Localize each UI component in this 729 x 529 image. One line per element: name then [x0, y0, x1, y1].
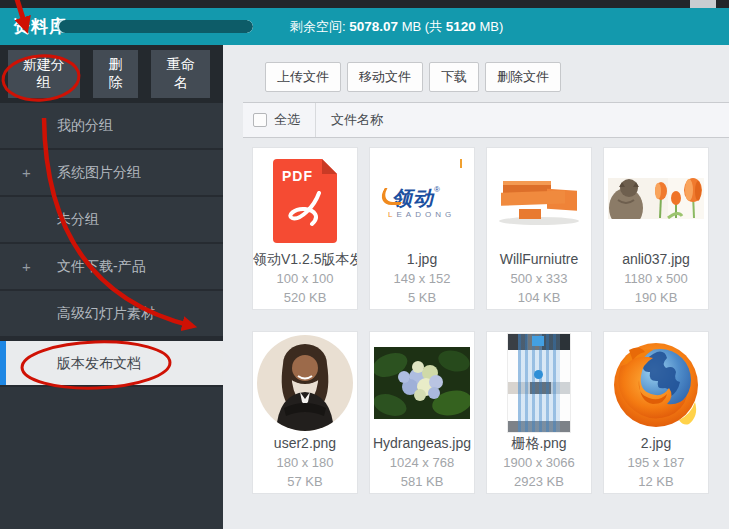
file-name: anli037.jpg — [604, 250, 708, 269]
file-name: 栅格.png — [487, 434, 591, 453]
file-dimensions: 1900 x 3066 — [487, 453, 591, 472]
group-sidebar: 新建分组 删除 重命名 我的分组 + 系统图片分组 未分组 + 文件下载-产品 … — [0, 45, 223, 529]
file-card-1jpg[interactable]: 领动® LEADONG 1.jpg 149 x 152 5 KB — [369, 147, 475, 310]
file-card-zhage[interactable]: 栅格.png 1900 x 3066 2923 KB — [486, 331, 592, 494]
file-dimensions: 100 x 100 — [253, 269, 357, 288]
file-grid: PDF 领动V1.2.5版本发 100 x 100 520 KB 领动® LEA — [252, 147, 729, 515]
expand-plus-icon[interactable]: + — [22, 150, 31, 195]
window-top-strip — [0, 0, 729, 8]
upload-file-button[interactable]: 上传文件 — [265, 62, 341, 92]
sidebar-item-ungrouped[interactable]: 未分组 — [0, 197, 223, 244]
file-name: 1.jpg — [370, 250, 474, 269]
file-name-column-header: 文件名称 — [331, 111, 383, 129]
file-size: 2923 KB — [487, 472, 591, 491]
leadong-logo: 领动® LEADONG — [370, 148, 474, 249]
orange-sofa-photo — [487, 148, 591, 249]
file-dimensions: 149 x 152 — [370, 269, 474, 288]
sidebar-action-bar: 新建分组 删除 重命名 — [0, 45, 223, 103]
storage-used-value: 5078.07 — [349, 19, 398, 34]
file-name: WillFurniutre — [487, 250, 591, 269]
file-name: Hydrangeas.jpg — [370, 434, 474, 453]
storage-progress-fill — [59, 20, 253, 33]
file-name: user2.png — [253, 434, 357, 453]
file-size: 57 KB — [253, 472, 357, 491]
window-top-strip-highlight — [690, 0, 716, 8]
acrobat-glyph-icon — [286, 191, 324, 231]
file-size: 190 KB — [604, 288, 708, 307]
file-card-anli037[interactable]: anli037.jpg 1180 x 500 190 KB — [603, 147, 709, 310]
woman-portrait-photo — [253, 332, 357, 433]
delete-group-button[interactable]: 删除 — [93, 50, 139, 98]
file-card-hydrangeas[interactable]: Hydrangeas.jpg 1024 x 768 581 KB — [369, 331, 475, 494]
file-card-user2[interactable]: user2.png 180 x 180 57 KB — [252, 331, 358, 494]
firefox-logo — [604, 332, 708, 433]
sidebar-item-slide-material[interactable]: 高级幻灯片素材 — [0, 291, 223, 338]
file-size: 104 KB — [487, 288, 591, 307]
storage-total-value: 5120 — [446, 19, 476, 34]
sidebar-item-my-groups[interactable]: 我的分组 — [0, 103, 223, 150]
rename-group-button[interactable]: 重命名 — [151, 50, 210, 98]
select-all-label: 全选 — [274, 111, 300, 129]
file-name: 领动V1.2.5版本发 — [253, 250, 357, 269]
logo-en-text: LEADONG — [388, 210, 455, 219]
hydrangea-photo — [370, 332, 474, 433]
pdf-text: PDF — [282, 168, 313, 184]
file-dimensions: 180 x 180 — [253, 453, 357, 472]
expand-plus-icon[interactable]: + — [22, 244, 31, 289]
move-file-button[interactable]: 移动文件 — [347, 62, 423, 92]
file-card-willfurniutre[interactable]: WillFurniutre 500 x 333 104 KB — [486, 147, 592, 310]
file-size: 12 KB — [604, 472, 708, 491]
file-name: 2.jpg — [604, 434, 708, 453]
file-dimensions: 195 x 187 — [604, 453, 708, 472]
file-content-area: 上传文件 移动文件 下载 删除文件 全选 文件名称 PDF 领动V1.2.5版本… — [240, 45, 729, 529]
select-all-checkbox[interactable] — [253, 113, 267, 127]
sidebar-item-system-images[interactable]: + 系统图片分组 — [0, 150, 223, 197]
file-card-2jpg[interactable]: 2.jpg 195 x 187 12 KB — [603, 331, 709, 494]
storage-progress-bar — [57, 20, 253, 33]
sidebar-item-file-download-product[interactable]: + 文件下载-产品 — [0, 244, 223, 291]
new-group-button[interactable]: 新建分组 — [8, 50, 80, 98]
sidebar-item-label: 我的分组 — [57, 117, 113, 133]
sidebar-item-label: 版本发布文档 — [57, 355, 141, 371]
storage-label: 剩余空间: — [290, 19, 349, 34]
file-size: 520 KB — [253, 288, 357, 307]
file-size: 581 KB — [370, 472, 474, 491]
cat-tulips-photo — [604, 148, 708, 249]
sidebar-item-release-docs-selected[interactable]: 版本发布文档 — [0, 338, 223, 387]
sidebar-item-label: 系统图片分组 — [57, 164, 141, 180]
file-dimensions: 500 x 333 — [487, 269, 591, 288]
app-header: 资料库 剩余空间: 5078.07 MB (共 5120 MB) — [0, 8, 729, 45]
file-card-pdf[interactable]: PDF 领动V1.2.5版本发 100 x 100 520 KB — [252, 147, 358, 310]
file-dimensions: 1024 x 768 — [370, 453, 474, 472]
sidebar-item-label: 高级幻灯片素材 — [57, 305, 155, 321]
delete-file-button[interactable]: 删除文件 — [485, 62, 561, 92]
file-size: 5 KB — [370, 288, 474, 307]
download-button[interactable]: 下载 — [429, 62, 479, 92]
logo-accent-mark — [460, 159, 462, 168]
file-dimensions: 1180 x 500 — [604, 269, 708, 288]
sidebar-item-label: 文件下载-产品 — [57, 258, 146, 274]
storage-status-text: 剩余空间: 5078.07 MB (共 5120 MB) — [290, 8, 503, 45]
column-divider — [315, 103, 316, 137]
grid-overlay-screenshot — [487, 332, 591, 433]
file-list-header: 全选 文件名称 — [243, 102, 729, 138]
sidebar-item-label: 未分组 — [57, 211, 99, 227]
file-toolbar: 上传文件 移动文件 下载 删除文件 — [265, 62, 567, 92]
pdf-file-icon: PDF — [253, 148, 357, 249]
